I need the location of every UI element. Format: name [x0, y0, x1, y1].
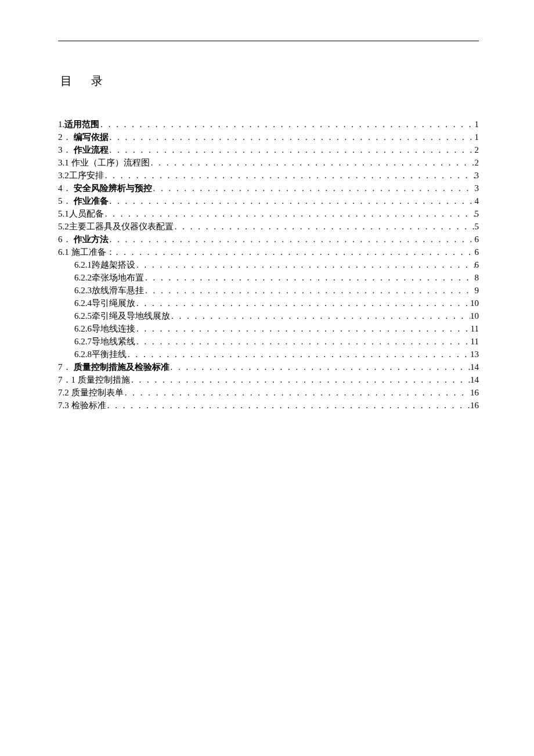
- toc-number: 6.1: [58, 246, 69, 259]
- toc-leader-dots: . . . . . . . . . . . . . . . . . . . . …: [127, 348, 470, 361]
- toc-entry[interactable]: 6.2.1 跨越架搭设. . . . . . . . . . . . . . .…: [58, 258, 479, 271]
- toc-number: 6.2.1: [74, 258, 92, 272]
- toc-page-number: 10: [470, 297, 479, 310]
- toc-number: 6.2.3: [74, 284, 92, 297]
- toc-leader-dots: . . . . . . . . . . . . . . . . . . . . …: [135, 258, 475, 272]
- toc-text: 作业准备: [74, 195, 109, 208]
- toc-page-number: 11: [471, 335, 479, 348]
- toc-leader-dots: . . . . . . . . . . . . . . . . . . . . …: [109, 143, 475, 157]
- toc-leader-dots: . . . . . . . . . . . . . . . . . . . . …: [152, 182, 475, 195]
- toc-number: 6．: [58, 233, 71, 246]
- toc-entry[interactable]: 7.3检验标准 . . . . . . . . . . . . . . . . …: [58, 399, 479, 412]
- toc-leader-dots: . . . . . . . . . . . . . . . . . . . . …: [115, 246, 475, 259]
- toc-entry[interactable]: 6.2.2 牵张场地布置. . . . . . . . . . . . . . …: [58, 271, 479, 284]
- toc-entry[interactable]: 7.2质量控制表单 . . . . . . . . . . . . . . . …: [58, 386, 479, 399]
- toc-leader-dots: . . . . . . . . . . . . . . . . . . . . …: [170, 309, 470, 323]
- toc-text: 导地线紧线: [92, 335, 135, 348]
- toc-text: 工序安排: [69, 169, 104, 182]
- toc-leader-dots: . . . . . . . . . . . . . . . . . . . . …: [135, 297, 470, 310]
- toc-number: 3.1: [58, 156, 69, 170]
- toc-text: 作业流程: [74, 143, 109, 157]
- toc-text: 跨越架搭设: [92, 258, 135, 272]
- toc-entry[interactable]: 6.1施工准备： . . . . . . . . . . . . . . . .…: [58, 246, 479, 258]
- toc-page-number: 16: [470, 399, 479, 412]
- toc-page-number: 1: [475, 118, 479, 131]
- toc-page-number: 6: [475, 233, 479, 246]
- toc-leader-dots: . . . . . . . . . . . . . . . . . . . . …: [99, 118, 474, 131]
- toc-text: 放线滑车悬挂: [92, 284, 144, 297]
- toc-leader-dots: . . . . . . . . . . . . . . . . . . . . …: [144, 284, 475, 297]
- toc-number: 5.2: [58, 220, 69, 233]
- toc-text: 检验标准: [71, 399, 106, 412]
- toc-number: 2．: [58, 131, 71, 144]
- toc-text: 导地线连接: [92, 322, 135, 336]
- toc-leader-dots: . . . . . . . . . . . . . . . . . . . . …: [135, 335, 471, 348]
- toc-page-number: 3: [475, 169, 479, 182]
- toc-number: 3．: [58, 143, 71, 157]
- toc-title: 目 录: [58, 73, 479, 89]
- toc-entry[interactable]: 5．作业准备. . . . . . . . . . . . . . . . . …: [58, 195, 479, 207]
- toc-page-number: 1: [475, 131, 479, 144]
- toc-entry[interactable]: 2．编写依据. . . . . . . . . . . . . . . . . …: [58, 131, 479, 143]
- toc-page-number: 9: [475, 284, 479, 297]
- toc-number: 7．: [58, 361, 71, 374]
- toc-leader-dots: . . . . . . . . . . . . . . . . . . . . …: [104, 169, 475, 182]
- toc-leader-dots: . . . . . . . . . . . . . . . . . . . . …: [130, 373, 470, 387]
- toc-entry[interactable]: 6.2.3 放线滑车悬挂. . . . . . . . . . . . . . …: [58, 284, 479, 297]
- toc-entry[interactable]: 6.2.4 导引绳展放. . . . . . . . . . . . . . .…: [58, 297, 479, 309]
- toc-number: 6.2.7: [74, 335, 92, 348]
- toc-entry[interactable]: 6.2.8 平衡挂线. . . . . . . . . . . . . . . …: [58, 348, 479, 361]
- toc-entry[interactable]: 7．1质量控制措施 . . . . . . . . . . . . . . . …: [58, 373, 479, 386]
- toc-leader-dots: . . . . . . . . . . . . . . . . . . . . …: [135, 322, 471, 336]
- toc-number: 4．: [58, 182, 71, 195]
- toc-leader-dots: . . . . . . . . . . . . . . . . . . . . …: [169, 361, 471, 374]
- toc-number: 7.3: [58, 399, 69, 412]
- toc-number: 7．1: [58, 373, 75, 387]
- toc-text: 平衡挂线: [92, 348, 127, 361]
- toc-entry[interactable]: 7．质量控制措施及检验标准. . . . . . . . . . . . . .…: [58, 361, 479, 373]
- toc-entry[interactable]: 5.2 主要工器具及仪器仪表配置. . . . . . . . . . . . …: [58, 220, 479, 233]
- toc-entry[interactable]: 3.1作业（工序）流程图 . . . . . . . . . . . . . .…: [58, 156, 479, 169]
- toc-leader-dots: . . . . . . . . . . . . . . . . . . . . …: [109, 195, 475, 208]
- toc-text: 牵引绳及导地线展放: [92, 309, 170, 323]
- toc-entry[interactable]: 6.2.6 导地线连接. . . . . . . . . . . . . . .…: [58, 322, 479, 335]
- toc-text: 作业方法: [74, 233, 109, 246]
- toc-text: 人员配备: [69, 207, 104, 221]
- toc-entry[interactable]: 1.适用范围. . . . . . . . . . . . . . . . . …: [58, 118, 479, 131]
- toc-entry[interactable]: 6．作业方法. . . . . . . . . . . . . . . . . …: [58, 233, 479, 246]
- toc-entry[interactable]: 3.2 工序安排. . . . . . . . . . . . . . . . …: [58, 169, 479, 182]
- toc-leader-dots: . . . . . . . . . . . . . . . . . . . . …: [109, 131, 475, 144]
- toc-entry[interactable]: 6.2.5 牵引绳及导地线展放. . . . . . . . . . . . .…: [58, 309, 479, 322]
- toc-page-number: 8: [475, 271, 479, 285]
- toc-number: 3.2: [58, 169, 69, 182]
- toc-page-number: 5: [475, 220, 479, 233]
- toc-number: 7.2: [58, 386, 69, 399]
- toc-leader-dots: . . . . . . . . . . . . . . . . . . . . …: [174, 220, 475, 233]
- toc-leader-dots: . . . . . . . . . . . . . . . . . . . . …: [150, 156, 475, 170]
- toc-text: 质量控制措施及检验标准: [74, 361, 169, 374]
- toc-entry[interactable]: 6.2.7 导地线紧线. . . . . . . . . . . . . . .…: [58, 335, 479, 348]
- toc-text: 安全风险辨析与预控: [74, 182, 152, 195]
- header-rule: [58, 41, 479, 41]
- toc-leader-dots: . . . . . . . . . . . . . . . . . . . . …: [144, 271, 475, 285]
- toc-page-number: 13: [470, 348, 479, 361]
- toc-entry[interactable]: 5.1 人员配备. . . . . . . . . . . . . . . . …: [58, 207, 479, 220]
- toc-text: 适用范围: [64, 118, 99, 131]
- toc-number: 5．: [58, 195, 71, 208]
- toc-text: 编写依据: [74, 131, 109, 144]
- toc-page-number: 2: [475, 156, 479, 170]
- toc-text: 主要工器具及仪器仪表配置: [69, 220, 174, 233]
- toc-entry[interactable]: 4．安全风险辨析与预控. . . . . . . . . . . . . . .…: [58, 182, 479, 195]
- toc-text: 质量控制表单: [71, 386, 124, 399]
- toc-leader-dots: . . . . . . . . . . . . . . . . . . . . …: [104, 207, 475, 221]
- page-content: 目 录 1.适用范围. . . . . . . . . . . . . . . …: [0, 0, 534, 412]
- toc-text: 作业（工序）流程图: [71, 156, 150, 170]
- toc-page-number: 6: [475, 258, 479, 272]
- toc-page-number: 11: [471, 322, 479, 336]
- toc-text: 导引绳展放: [92, 297, 135, 310]
- toc-page-number: 14: [470, 373, 479, 387]
- toc-number: 6.2.6: [74, 322, 92, 336]
- toc-page-number: 16: [470, 386, 479, 399]
- toc-page-number: 2: [475, 143, 479, 157]
- toc-entry[interactable]: 3．作业流程. . . . . . . . . . . . . . . . . …: [58, 143, 479, 156]
